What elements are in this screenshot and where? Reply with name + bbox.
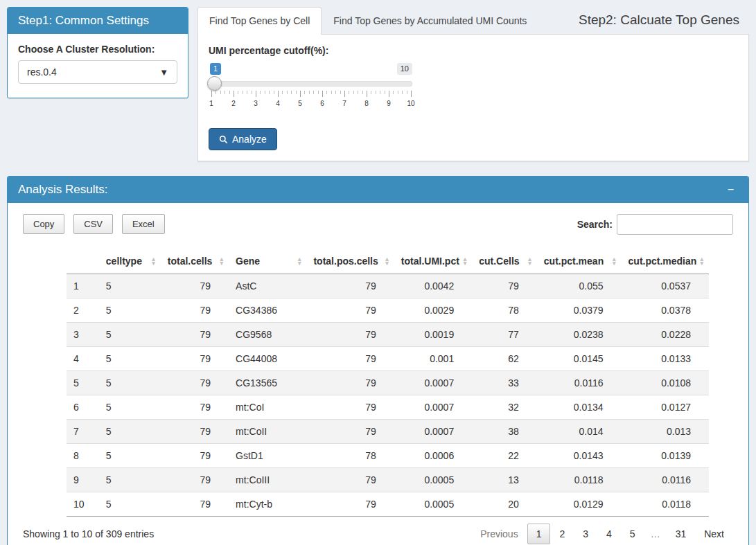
table-cell: 79 [161,420,229,444]
cluster-resolution-select[interactable]: res.0.4 ▼ [18,60,177,84]
slider-tick [300,91,301,97]
collapse-button[interactable]: − [723,184,738,196]
tab-find-top-genes-by-accumulated-umi[interactable]: Find Top Genes by Accumulated UMI Counts [322,7,538,34]
table-header-row: celltype▴▾total.cells▴▾Gene▴▾total.pos.c… [67,249,709,274]
step1-panel-body: Choose A Cluster Resolution: res.0.4 ▼ [8,34,188,98]
table-cell: 13 [472,468,537,492]
sort-icon: ▴▾ [220,257,224,265]
page-numbers: 12345…31 [527,524,696,544]
page-button-3[interactable]: 3 [574,524,597,544]
page-button-31[interactable]: 31 [667,524,696,544]
search-input[interactable] [617,214,733,235]
sort-icon: ▴▾ [152,257,155,265]
column-header-index [67,249,99,274]
table-cell: mt:CoII [229,420,306,444]
slider-max-badge: 10 [397,63,412,75]
table-cell: 79 [161,444,229,468]
slider-handle[interactable] [207,76,222,91]
table-row[interactable]: 9579mt:CoIII790.0005130.01180.0116 [67,468,709,492]
slider-tick [411,91,412,97]
page-button-5[interactable]: 5 [621,524,644,544]
previous-page-button[interactable]: Previous [471,524,527,544]
csv-button[interactable]: CSV [73,214,113,234]
table-cell: 0.0007 [394,420,472,444]
slider-tick-label: 4 [276,100,280,107]
copy-button[interactable]: Copy [23,214,64,234]
table-cell: CG44008 [229,347,306,371]
table-cell: 5 [99,420,161,444]
column-label: total.UMI.pct [401,256,459,267]
column-header-cut.pct.mean[interactable]: cut.pct.mean▴▾ [537,249,622,274]
column-header-Gene[interactable]: Gene▴▾ [229,249,306,274]
table-cell: 9 [67,468,99,492]
umi-cutoff-slider[interactable]: 1 10 12345678910 [210,81,412,114]
table-cell: 0.0007 [394,395,472,420]
next-page-button[interactable]: Next [695,524,733,544]
table-cell: 5 [99,468,161,492]
table-cell: 10 [67,492,99,517]
sort-icon: ▴▾ [385,257,389,265]
table-cell: 79 [306,347,394,371]
slider-track[interactable] [210,81,412,87]
table-cell: 79 [306,492,394,517]
table-cell: 5 [99,323,161,347]
slider-tick [260,91,261,94]
table-cell: 0.0127 [622,395,709,420]
slider-tick-label: 9 [387,100,391,107]
page-button-2[interactable]: 2 [550,524,574,544]
table-cell: 6 [67,395,99,420]
table-cell: 1 [67,274,99,298]
excel-button[interactable]: Excel [122,214,165,234]
table-row[interactable]: 6579mt:CoI790.0007320.01340.0127 [67,395,709,420]
table-cell: 0.0134 [537,395,622,420]
slider-tick-label: 3 [254,100,258,107]
column-label: total.cells [168,256,213,267]
table-row[interactable]: 2579CG34386790.0029780.03790.0378 [67,298,709,323]
slider-value-badge: 1 [210,63,221,75]
table-row[interactable]: 10579mt:Cyt-b790.0005200.01290.0118 [67,492,709,517]
table-cell: 33 [472,371,537,395]
column-header-total.UMI.pct[interactable]: total.UMI.pct▴▾ [394,249,472,274]
tab-find-top-genes-by-cell[interactable]: Find Top Genes by Cell [197,7,322,35]
table-cell: 0.0019 [394,323,472,347]
table-cell: mt:Cyt-b [229,492,306,517]
slider-tick [344,91,345,97]
sort-icon: ▴▾ [464,257,467,265]
table-cell: 79 [161,274,229,298]
results-table-body: 1579AstC790.0042790.0550.05372579CG34386… [67,274,709,517]
table-cell: 0.001 [394,347,472,371]
table-row[interactable]: 3579CG9568790.0019770.02380.0228 [67,323,709,347]
table-row[interactable]: 5579CG13565790.0007330.01160.0108 [67,371,709,395]
table-cell: 0.0116 [537,371,622,395]
table-row[interactable]: 1579AstC790.0042790.0550.0537 [67,274,709,298]
slider-tick [362,91,363,94]
slider-tick [326,91,327,94]
analyze-button[interactable]: Analyze [209,128,277,150]
table-cell: AstC [229,274,306,298]
table-cell: GstD1 [229,444,306,468]
table-row[interactable]: 8579GstD1780.0006220.01430.0139 [67,444,709,468]
table-cell: 5 [99,492,161,517]
slider-tick [385,91,385,94]
table-cell: 79 [161,395,229,420]
table-cell: 5 [99,395,161,420]
slider-tick [220,91,221,94]
column-header-total.pos.cells[interactable]: total.pos.cells▴▾ [306,249,394,274]
table-row[interactable]: 4579CG44008790.001620.01450.0133 [67,347,709,371]
page-button-4[interactable]: 4 [597,524,621,544]
column-header-total.cells[interactable]: total.cells▴▾ [161,249,229,274]
table-cell: 5 [99,371,161,395]
table-row[interactable]: 7579mt:CoII790.0007380.0140.013 [67,420,709,444]
column-header-celltype[interactable]: celltype▴▾ [99,249,161,274]
slider-tick [340,91,341,94]
slider-tick [335,91,336,94]
table-cell: mt:CoI [229,395,306,420]
column-header-cut.Cells[interactable]: cut.Cells▴▾ [472,249,537,274]
step2-tab-body: UMI percentage cutoff(%): 1 10 123456789… [197,34,749,161]
export-buttons: Copy CSV Excel [23,214,171,234]
slider-tick [398,91,398,94]
page-button-1[interactable]: 1 [527,524,551,544]
slider-tick [367,91,367,97]
column-header-cut.pct.median[interactable]: cut.pct.median▴▾ [622,249,709,274]
table-cell: 0.0133 [622,347,709,371]
